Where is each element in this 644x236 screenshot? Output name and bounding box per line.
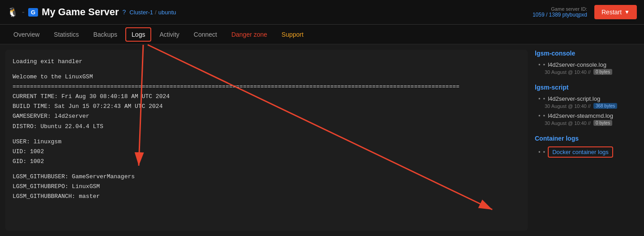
tab-backups[interactable]: Backups	[87, 27, 124, 42]
sidebar-item: • l4d2server-console.log30 August @ 10:4…	[535, 61, 637, 75]
log-line: USER: linuxgsm	[13, 137, 520, 147]
sidebar-item-meta: 30 August @ 10:40 // 0 bytes	[538, 120, 637, 126]
sidebar-section-lgsm-script: lgsm-script• l4d2server-script.log30 Aug…	[535, 84, 637, 126]
log-line: UID: 1002	[13, 147, 520, 157]
log-file-link[interactable]: l4d2server-script.log	[548, 95, 600, 102]
g-badge: G	[28, 8, 38, 17]
sidebar: lgsm-console• l4d2server-console.log30 A…	[528, 44, 644, 236]
sidebar-item: • l4d2server-steamcmd.log30 August @ 10:…	[535, 112, 637, 126]
breadcrumb-os[interactable]: ubuntu	[158, 9, 176, 16]
sidebar-item: • l4d2server-script.log30 August @ 10:40…	[535, 95, 637, 109]
server-title: My Game Server	[42, 6, 119, 18]
breadcrumb: Cluster-1 / ubuntu	[129, 9, 176, 16]
info-icon[interactable]: ?	[123, 9, 126, 16]
tab-logs[interactable]: Logs	[125, 27, 151, 42]
log-line: Welcome to the LinuxGSM	[13, 72, 520, 82]
sidebar-section-title-container-logs: Container logs	[535, 135, 637, 142]
main-content: Loading exit handlerWelcome to the Linux…	[0, 44, 644, 236]
log-line: DISTRO: Ubuntu 22.04.4 LTS	[13, 122, 520, 132]
log-line: CURRENT TIME: Fri Aug 30 08:40:18 AM UTC…	[13, 92, 520, 102]
breadcrumb-cluster[interactable]: Cluster-1	[129, 9, 153, 16]
log-line: GAMESERVER: l4d2server	[13, 112, 520, 121]
restart-arrow-icon: ▼	[624, 9, 630, 15]
sidebar-item-meta: 30 August @ 10:40 // 0 bytes	[538, 69, 637, 75]
log-line: LGSM_GITHUBUSER: GameServerManagers	[13, 172, 520, 182]
server-id-block: Game server ID: 1059 / 1389 ptybuqpxd	[533, 6, 587, 18]
linux-icon: 🐧	[7, 7, 18, 17]
sidebar-item-meta: 30 August @ 10:40 // 368 bytes	[538, 103, 637, 109]
tab-overview[interactable]: Overview	[7, 27, 46, 42]
sidebar-item-badge: 368 bytes	[593, 103, 617, 109]
restart-button[interactable]: Restart ▼	[594, 5, 637, 19]
server-id-label: Game server ID:	[533, 6, 587, 12]
header-left: 🐧 - G My Game Server ? Cluster-1 / ubunt…	[7, 6, 533, 18]
tab-danger-zone[interactable]: Danger zone	[225, 27, 273, 42]
log-empty-line	[13, 67, 520, 72]
log-line: GID: 1002	[13, 157, 520, 167]
server-id-value: 1059 / 1389 ptybuqpxd	[533, 12, 587, 18]
sidebar-item-name: • l4d2server-steamcmd.log	[538, 112, 637, 119]
log-file-link[interactable]: l4d2server-steamcmd.log	[548, 112, 613, 119]
log-line: Loading exit handler	[13, 57, 520, 67]
log-line: BUILD TIME: Sat Jun 15 07:22:43 AM UTC 2…	[13, 102, 520, 112]
sidebar-section-container-logs: Container logs• Docker container logs	[535, 135, 637, 158]
docker-container-logs-link[interactable]: Docker container logs	[548, 146, 613, 158]
tab-activity[interactable]: Activity	[153, 27, 185, 42]
log-line: LGSM_GITHUBBRANCH: master	[13, 192, 520, 202]
sidebar-item-badge: 0 bytes	[593, 120, 612, 126]
breadcrumb-sep: /	[155, 9, 157, 16]
sidebar-section-lgsm-console: lgsm-console• l4d2server-console.log30 A…	[535, 50, 637, 75]
tab-statistics[interactable]: Statistics	[47, 27, 85, 42]
sidebar-item-name: • l4d2server-console.log	[538, 61, 637, 68]
restart-label: Restart	[601, 9, 622, 16]
tab-support[interactable]: Support	[275, 27, 310, 42]
nav-tabs: Overview Statistics Backups Logs Activit…	[0, 25, 644, 44]
tab-connect[interactable]: Connect	[188, 27, 223, 42]
sidebar-item-name: • l4d2server-script.log	[538, 95, 637, 102]
sidebar-item: • Docker container logs	[535, 146, 637, 158]
header: 🐧 - G My Game Server ? Cluster-1 / ubunt…	[0, 0, 644, 25]
log-line: ========================================…	[13, 82, 520, 92]
log-panel[interactable]: Loading exit handlerWelcome to the Linux…	[5, 50, 528, 231]
sidebar-item-badge: 0 bytes	[593, 69, 612, 75]
header-right: Game server ID: 1059 / 1389 ptybuqpxd Re…	[533, 5, 637, 19]
sidebar-section-title-lgsm-script: lgsm-script	[535, 84, 637, 91]
log-empty-line	[13, 167, 520, 172]
dash: -	[22, 8, 25, 17]
log-file-link[interactable]: l4d2server-console.log	[548, 61, 606, 68]
sidebar-item-name: • Docker container logs	[538, 146, 637, 158]
log-line: LGSM_GITHUBREPO: LinuxGSM	[13, 182, 520, 192]
log-empty-line	[13, 132, 520, 137]
sidebar-section-title-lgsm-console: lgsm-console	[535, 50, 637, 57]
